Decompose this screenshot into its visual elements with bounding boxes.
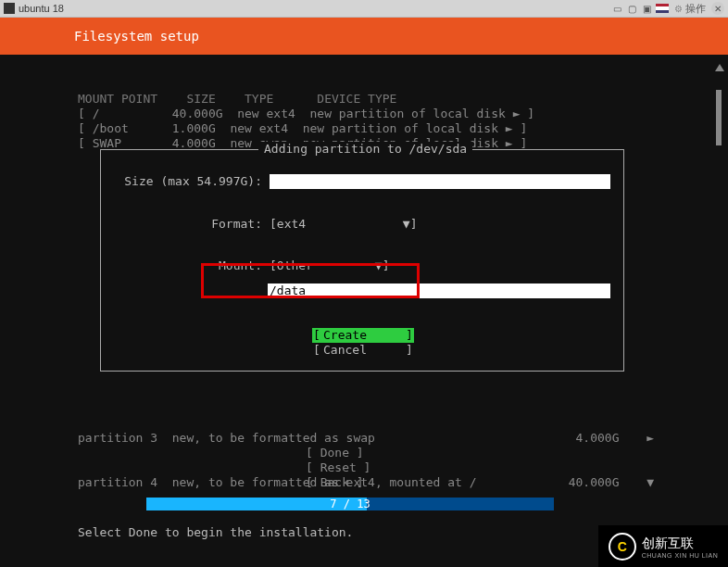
win-ctrl-3[interactable]: ▣ <box>641 3 652 14</box>
row-mount[interactable]: SWAP <box>93 136 121 150</box>
vm-icon <box>4 3 15 14</box>
size-label: Size (max 54.997G): <box>114 174 270 188</box>
chevron-down-icon: ▼ <box>375 258 383 272</box>
watermark-logo-icon: C <box>609 533 636 561</box>
back-button[interactable]: [ Back ] <box>306 475 370 490</box>
col-size: SIZE <box>186 92 215 106</box>
progress-bar: 7 / 13 <box>146 498 554 510</box>
col-dev: DEVICE TYPE <box>317 92 396 106</box>
watermark-cn: 创新互联 <box>642 536 719 552</box>
window-title: ubuntu 18 <box>19 3 64 14</box>
gear-icon[interactable]: ⚙ <box>672 3 684 14</box>
chevron-right-icon[interactable]: ► <box>506 121 513 135</box>
progress-text: 7 / 13 <box>330 498 370 510</box>
win-ctrl-2[interactable]: ▢ <box>626 3 637 14</box>
page-header: Filesystem setup <box>0 18 728 55</box>
hint-text: Select Done to begin the installation. <box>78 525 353 539</box>
win-ctrl-1[interactable]: ▭ <box>611 3 622 14</box>
summary-row[interactable]: partition 3 new, to be formatted as swap… <box>78 431 654 446</box>
mount-path-input[interactable]: /data <box>268 284 610 298</box>
watermark: C 创新互联 CHUANG XIN HU LIAN <box>598 525 728 567</box>
row-mount[interactable]: / <box>93 107 100 120</box>
cancel-button[interactable]: [Cancel] <box>312 343 414 358</box>
dialog-title: Adding partition to /dev/sda <box>258 142 472 156</box>
chevron-right-icon: ► <box>641 431 654 446</box>
col-mount: MOUNT POINT <box>78 92 157 106</box>
installer-screen: MOUNT POINT SIZE TYPE DEVICE TYPE [ / 40… <box>0 55 728 567</box>
format-label: Format: <box>114 217 270 231</box>
col-type: TYPE <box>245 92 273 106</box>
create-button[interactable]: [Create] <box>312 328 414 343</box>
row-mount[interactable]: /boot <box>93 121 129 135</box>
chevron-right-icon[interactable]: ► <box>506 136 513 150</box>
reset-button[interactable]: [ Reset ] <box>306 460 370 475</box>
nav-buttons: [ Done ] [ Reset ] [ Back ] <box>306 446 370 490</box>
scroll-up-icon[interactable] <box>715 64 724 71</box>
page-title: Filesystem setup <box>74 29 199 44</box>
chevron-down-icon: ▼ <box>641 475 654 490</box>
chevron-down-icon: ▼ <box>403 217 410 231</box>
format-select[interactable]: [ ext4▼ ] <box>270 217 417 231</box>
close-icon[interactable]: ✕ <box>711 2 724 15</box>
mount-label: Mount: <box>114 258 270 272</box>
window-titlebar: ubuntu 18 ▭ ▢ ▣ ⚙ 操作 ✕ <box>0 0 728 18</box>
size-input[interactable] <box>270 174 610 189</box>
chevron-right-icon[interactable]: ► <box>513 107 521 120</box>
scroll-thumb[interactable] <box>716 90 722 145</box>
mount-select[interactable]: [ Other▼ ] <box>270 258 389 272</box>
flag-icon <box>656 4 669 13</box>
action-label[interactable]: 操作 <box>685 2 706 16</box>
add-partition-dialog: Adding partition to /dev/sda Size (max 5… <box>100 149 624 372</box>
done-button[interactable]: [ Done ] <box>306 446 370 460</box>
scrollbar[interactable] <box>715 64 722 549</box>
watermark-py: CHUANG XIN HU LIAN <box>642 552 719 559</box>
